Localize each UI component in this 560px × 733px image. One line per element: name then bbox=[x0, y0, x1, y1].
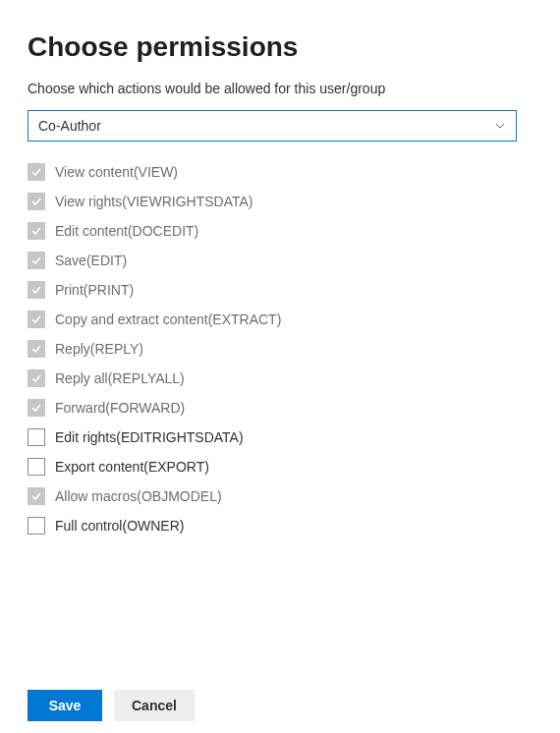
page-subtitle: Choose which actions would be allowed fo… bbox=[28, 81, 532, 96]
permission-checkbox[interactable] bbox=[28, 517, 45, 535]
permission-label: Full control(OWNER) bbox=[55, 518, 184, 534]
permission-label: Edit content(DOCEDIT) bbox=[55, 223, 198, 239]
permission-item: Edit content(DOCEDIT) bbox=[28, 216, 532, 246]
permission-item: Print(PRINT) bbox=[28, 275, 532, 305]
permission-label: Save(EDIT) bbox=[55, 253, 127, 268]
permission-label: Allow macros(OBJMODEL) bbox=[55, 488, 222, 504]
save-button[interactable]: Save bbox=[28, 690, 102, 721]
permission-checkbox bbox=[28, 163, 45, 181]
permission-preset-dropdown[interactable]: Co-Author bbox=[28, 110, 517, 141]
cancel-button[interactable]: Cancel bbox=[114, 690, 195, 721]
permission-checkbox[interactable] bbox=[28, 458, 45, 476]
permissions-list: View content(VIEW)View rights(VIEWRIGHTS… bbox=[28, 157, 532, 540]
permission-label: Forward(FORWARD) bbox=[55, 400, 185, 416]
permission-label: Export content(EXPORT) bbox=[55, 459, 209, 475]
permission-item: Allow macros(OBJMODEL) bbox=[28, 481, 532, 511]
permission-item: Edit rights(EDITRIGHTSDATA) bbox=[28, 423, 532, 452]
permission-checkbox[interactable] bbox=[28, 428, 45, 446]
permission-checkbox bbox=[28, 399, 45, 417]
permission-label: View content(VIEW) bbox=[55, 164, 178, 180]
permission-item: View rights(VIEWRIGHTSDATA) bbox=[28, 187, 532, 216]
permission-item: Reply(REPLY) bbox=[28, 334, 532, 364]
chevron-down-icon bbox=[494, 120, 506, 132]
button-row: Save Cancel bbox=[28, 690, 195, 721]
permission-label: Reply(REPLY) bbox=[55, 341, 143, 357]
permission-item: Export content(EXPORT) bbox=[28, 452, 532, 481]
permission-item: Copy and extract content(EXTRACT) bbox=[28, 305, 532, 334]
permission-item: Save(EDIT) bbox=[28, 246, 532, 275]
permission-item: Reply all(REPLYALL) bbox=[28, 364, 532, 393]
permission-label: View rights(VIEWRIGHTSDATA) bbox=[55, 194, 252, 209]
permission-checkbox bbox=[28, 340, 45, 358]
permission-checkbox bbox=[28, 369, 45, 387]
permission-label: Edit rights(EDITRIGHTSDATA) bbox=[55, 429, 244, 445]
dropdown-selected-label: Co-Author bbox=[38, 118, 101, 134]
permission-label: Print(PRINT) bbox=[55, 282, 134, 298]
permission-checkbox bbox=[28, 281, 45, 299]
permission-label: Copy and extract content(EXTRACT) bbox=[55, 311, 281, 327]
permission-item: View content(VIEW) bbox=[28, 157, 532, 187]
permission-item: Full control(OWNER) bbox=[28, 511, 532, 540]
permission-checkbox bbox=[28, 252, 45, 269]
permission-checkbox bbox=[28, 487, 45, 505]
permission-item: Forward(FORWARD) bbox=[28, 393, 532, 423]
permission-checkbox bbox=[28, 222, 45, 240]
permission-checkbox bbox=[28, 310, 45, 328]
permission-checkbox bbox=[28, 193, 45, 210]
page-title: Choose permissions bbox=[28, 31, 532, 63]
permission-label: Reply all(REPLYALL) bbox=[55, 370, 185, 386]
